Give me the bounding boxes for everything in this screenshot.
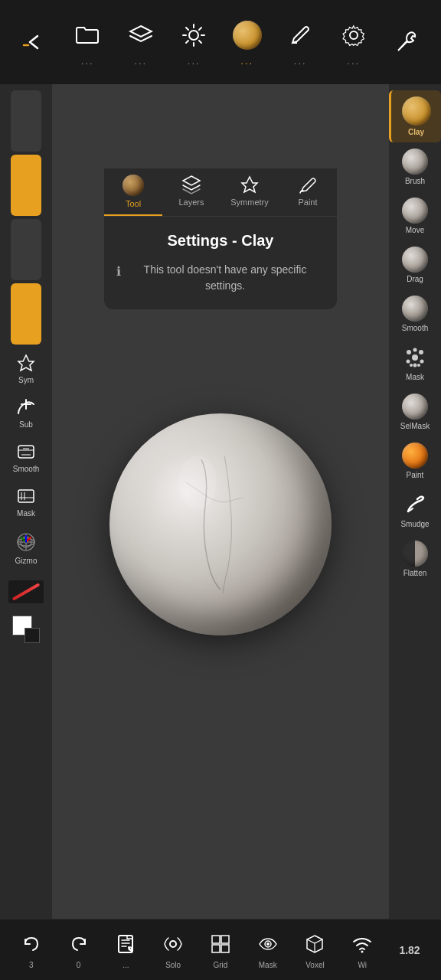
sub-label: Sub (19, 420, 33, 429)
clay-top-button[interactable]: ... (224, 18, 270, 67)
sidebar-item-symmetry[interactable]: Sym (4, 348, 48, 389)
brush-label: Brush (405, 177, 425, 185)
svg-point-25 (419, 350, 423, 354)
light-button[interactable]: ... (171, 18, 217, 67)
smudge-icon (402, 492, 428, 518)
svg-line-5 (186, 28, 188, 30)
gizmo-label: Gizmo (15, 557, 38, 565)
svg-point-40 (266, 942, 270, 946)
bottom-toolbar: 3 0 ... (0, 919, 441, 980)
tool-brush[interactable]: Brush (389, 142, 441, 191)
undo-button[interactable]: 3 (10, 930, 52, 969)
gold-swatch-bottom[interactable] (11, 283, 41, 345)
pen-dots: ... (294, 55, 307, 67)
light-dots: ... (188, 55, 201, 67)
tool-flatten[interactable]: Flatten (389, 534, 441, 583)
layers-dots: ... (134, 55, 147, 67)
smooth-icon (402, 296, 428, 322)
svg-point-29 (413, 364, 417, 368)
svg-line-7 (199, 28, 201, 30)
flatten-label: Flatten (403, 569, 427, 577)
tab-symmetry[interactable]: Symmetry (220, 168, 279, 216)
main-viewport[interactable]: Tool Layers Symmetry (52, 84, 389, 919)
gear-dots: ... (347, 55, 360, 67)
move-label: Move (406, 226, 424, 234)
pen-button[interactable]: ... (277, 18, 323, 67)
sidebar-item-sub[interactable]: Sub (4, 392, 48, 433)
mask-bottom-button[interactable]: Mask (247, 930, 289, 969)
svg-point-24 (407, 350, 411, 354)
svg-point-41 (361, 951, 364, 953)
panel-tabs: Tool Layers Symmetry (104, 168, 337, 217)
sidebar-item-mask[interactable]: Mask (4, 481, 48, 522)
tab-paint[interactable]: Paint (279, 168, 337, 216)
redo-button[interactable]: 0 (57, 930, 100, 969)
layers-button[interactable]: ... (118, 18, 164, 67)
svg-point-0 (189, 31, 198, 40)
dark-swatch-top[interactable] (11, 90, 41, 152)
tool-smudge[interactable]: Smudge (389, 485, 441, 534)
tab-tool[interactable]: Tool (104, 168, 162, 216)
sidebar-item-colors[interactable] (4, 611, 48, 648)
sculpture-object[interactable] (109, 413, 332, 635)
zoom-value[interactable]: 1.82 (389, 944, 431, 956)
svg-rect-38 (221, 945, 229, 952)
tab-layers-label: Layers (178, 198, 204, 207)
grid-button[interactable]: Grid (199, 930, 241, 969)
wrench-button[interactable] (384, 25, 430, 59)
tab-symmetry-label: Symmetry (230, 198, 269, 207)
svg-point-22 (178, 456, 217, 509)
move-icon (402, 198, 428, 224)
tab-paint-label: Paint (298, 198, 317, 207)
back-button[interactable] (11, 25, 57, 59)
svg-point-28 (413, 348, 417, 352)
mask-left-label: Mask (17, 509, 35, 518)
tab-layers[interactable]: Layers (162, 168, 220, 216)
clay-label: Clay (408, 128, 424, 136)
tab-tool-label: Tool (126, 199, 141, 208)
redo-count: 0 (77, 961, 81, 969)
svg-point-34 (170, 941, 176, 947)
tool-move[interactable]: Move (389, 191, 441, 240)
panel-content: Settings - Clay ℹ This tool doesn't have… (104, 217, 337, 309)
svg-line-8 (186, 41, 188, 43)
info-icon: ℹ (116, 263, 121, 281)
tool-mask[interactable]: Mask (389, 338, 441, 387)
sidebar-item-gizmo[interactable]: Gizmo (4, 525, 48, 570)
panel-title: Settings - Clay (116, 232, 325, 250)
mask-bottom-label: Mask (259, 961, 277, 969)
undo-count: 3 (29, 961, 34, 969)
mask-icon (402, 345, 428, 371)
drag-icon (402, 247, 428, 273)
sidebar-item-smooth[interactable]: Smooth (4, 436, 48, 478)
tool-paint[interactable]: Paint (389, 436, 441, 485)
folder-button[interactable]: ... (64, 18, 110, 67)
gold-swatch-top[interactable] (11, 155, 41, 216)
voxel-button[interactable]: Voxel (294, 930, 336, 969)
doc-dots: ... (122, 961, 129, 969)
left-sidebar: Sym Sub Smooth Mask (0, 84, 52, 919)
svg-point-30 (410, 364, 413, 367)
folder-dots: ... (81, 55, 94, 67)
svg-rect-36 (221, 936, 229, 943)
tool-selmask[interactable]: SelMask (389, 387, 441, 436)
tool-clay[interactable]: Clay (389, 90, 441, 142)
svg-point-27 (420, 360, 424, 364)
paint-icon (402, 443, 428, 469)
doc-button[interactable]: ... (105, 930, 147, 969)
grid-label: Grid (213, 961, 227, 969)
top-toolbar: ... ... ... (0, 0, 441, 84)
symmetry-label: Sym (18, 376, 34, 384)
wi-button[interactable]: Wi (341, 930, 384, 969)
tool-drag[interactable]: Drag (389, 240, 441, 289)
svg-line-6 (199, 41, 201, 43)
dark-swatch-bottom[interactable] (11, 219, 41, 280)
mask-right-label: Mask (406, 373, 424, 381)
gear-button[interactable]: ... (331, 18, 377, 67)
smooth-label: Smooth (13, 465, 39, 473)
tool-smooth[interactable]: Smooth (389, 289, 441, 338)
flatten-icon (402, 541, 428, 567)
sidebar-item-stroke[interactable] (4, 576, 48, 608)
brush-icon (402, 149, 428, 175)
solo-button[interactable]: Solo (152, 930, 194, 969)
